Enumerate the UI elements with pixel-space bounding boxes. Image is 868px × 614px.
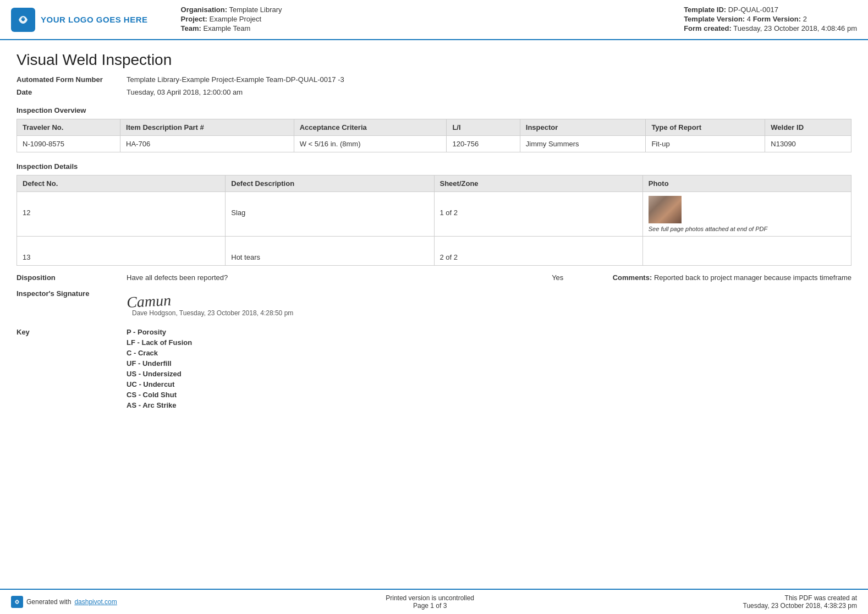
disposition-section: Disposition Have all defects been report… xyxy=(17,273,851,282)
form-number-row: Automated Form Number Template Library-E… xyxy=(17,75,851,84)
header-center: Organisation: Template Library Project: … xyxy=(159,6,673,34)
page-footer: Generated with dashpivot.com Printed ver… xyxy=(0,589,868,614)
version-line: Template Version: 4 Form Version: 2 xyxy=(684,15,857,23)
photo-cell: See full page photos attached at end of … xyxy=(649,196,845,232)
key-section: Key P - PorosityLF - Lack of FusionC - C… xyxy=(17,328,851,409)
date-label: Date xyxy=(17,88,127,96)
footer-right: This PDF was created at Tuesday, 23 Octo… xyxy=(743,594,857,610)
col-photo: Photo xyxy=(642,176,851,192)
defect-no: 13 xyxy=(17,237,226,266)
key-items: P - PorosityLF - Lack of FusionC - Crack… xyxy=(127,328,192,409)
page-header: YOUR LOGO GOES HERE Organisation: Templa… xyxy=(0,0,868,40)
photo-thumbnail xyxy=(649,196,682,223)
logo-text: YOUR LOGO GOES HERE xyxy=(41,15,148,24)
traveler-no: N-1090-8575 xyxy=(17,136,120,152)
main-content: Visual Weld Inspection Automated Form Nu… xyxy=(0,40,868,453)
item-description: HA-706 xyxy=(120,136,294,152)
header-right: Template ID: DP-QUAL-0017 Template Versi… xyxy=(684,6,857,34)
footer-logo-icon xyxy=(11,596,23,608)
photo-cell-container xyxy=(642,237,851,266)
template-id-line: Template ID: DP-QUAL-0017 xyxy=(684,6,857,14)
list-item: C - Crack xyxy=(127,349,192,357)
welder-id: N13090 xyxy=(765,136,851,152)
footer-center: Printed version is uncontrolled Page 1 o… xyxy=(386,594,474,610)
sheet-zone: 2 of 2 xyxy=(434,237,642,266)
svg-point-2 xyxy=(17,601,18,603)
table-row: 13 Hot tears 2 of 2 xyxy=(17,237,851,266)
type-of-report: Fit-up xyxy=(646,136,765,152)
list-item: UC - Undercut xyxy=(127,380,192,388)
photo-cell-container: See full page photos attached at end of … xyxy=(642,192,851,237)
signature-label: Inspector's Signature xyxy=(17,289,127,298)
col-item-description: Item Description Part # xyxy=(120,119,294,136)
form-number-label: Automated Form Number xyxy=(17,75,127,84)
defect-description: Hot tears xyxy=(226,237,434,266)
signature-image: Camun xyxy=(126,285,294,311)
col-li: L/I xyxy=(447,119,520,136)
inspection-overview-header-row: Traveler No. Item Description Part # Acc… xyxy=(17,119,851,136)
list-item: P - Porosity xyxy=(127,328,192,336)
list-item: LF - Lack of Fusion xyxy=(127,338,192,347)
photo-image xyxy=(649,196,682,223)
disposition-answer: Yes xyxy=(503,273,613,282)
date-value: Tuesday, 03 April 2018, 12:00:00 am xyxy=(127,88,243,96)
footer-created-date: Tuesday, 23 October 2018, 4:38:23 pm xyxy=(743,602,857,610)
table-row: 12 Slag 1 of 2 See full page photos atta… xyxy=(17,192,851,237)
inspector: Jimmy Summers xyxy=(520,136,646,152)
date-row: Date Tuesday, 03 April 2018, 12:00:00 am xyxy=(17,88,851,96)
list-item: US - Undersized xyxy=(127,370,192,378)
footer-uncontrolled: Printed version is uncontrolled xyxy=(386,594,474,602)
col-acceptance-criteria: Acceptance Criteria xyxy=(294,119,447,136)
footer-created-text: This PDF was created at xyxy=(743,594,857,602)
page-title: Visual Weld Inspection xyxy=(17,51,851,69)
disposition-comments: Comments: Reported back to project manag… xyxy=(613,273,851,282)
logo-icon xyxy=(11,8,35,32)
col-traveler-no: Traveler No. xyxy=(17,119,120,136)
org-line: Organisation: Template Library xyxy=(181,6,673,14)
list-item: CS - Cold Shut xyxy=(127,391,192,399)
logo-area: YOUR LOGO GOES HERE xyxy=(11,6,148,34)
col-sheet-zone: Sheet/Zone xyxy=(434,176,642,192)
disposition-label: Disposition xyxy=(17,273,127,282)
team-line: Team: Example Team xyxy=(181,24,673,32)
inspection-details-heading: Inspection Details xyxy=(17,162,851,171)
col-type-of-report: Type of Report xyxy=(646,119,765,136)
footer-left: Generated with dashpivot.com xyxy=(11,596,117,608)
key-label: Key xyxy=(17,328,127,409)
inspection-overview-table: Traveler No. Item Description Part # Acc… xyxy=(17,119,851,152)
project-line: Project: Example Project xyxy=(181,15,673,23)
inspection-overview-heading: Inspection Overview xyxy=(17,106,851,114)
list-item: UF - Underfill xyxy=(127,359,192,368)
table-row: N-1090-8575 HA-706 W < 5/16 in. (8mm) 12… xyxy=(17,136,851,152)
list-item: AS - Arc Strike xyxy=(127,401,192,409)
footer-link[interactable]: dashpivot.com xyxy=(74,598,117,606)
form-created-line: Form created: Tuesday, 23 October 2018, … xyxy=(684,24,857,32)
footer-generated-text: Generated with xyxy=(26,598,71,606)
li: 120-756 xyxy=(447,136,520,152)
sheet-zone: 1 of 2 xyxy=(434,192,642,237)
disposition-question: Have all defects been reported? xyxy=(127,273,503,282)
svg-point-0 xyxy=(22,18,25,21)
acceptance-criteria: W < 5/16 in. (8mm) xyxy=(294,136,447,152)
defect-description: Slag xyxy=(226,192,434,237)
col-inspector: Inspector xyxy=(520,119,646,136)
col-welder-id: Welder ID xyxy=(765,119,851,136)
signature-area: Camun Dave Hodgson, Tuesday, 23 October … xyxy=(127,289,293,317)
col-defect-no: Defect No. xyxy=(17,176,226,192)
photo-caption: See full page photos attached at end of … xyxy=(649,226,781,232)
signature-section: Inspector's Signature Camun Dave Hodgson… xyxy=(17,289,851,317)
footer-page: Page 1 of 3 xyxy=(386,602,474,610)
inspection-details-header-row: Defect No. Defect Description Sheet/Zone… xyxy=(17,176,851,192)
inspection-details-table: Defect No. Defect Description Sheet/Zone… xyxy=(17,175,851,266)
form-number-value: Template Library-Example Project-Example… xyxy=(127,75,344,84)
col-defect-description: Defect Description xyxy=(226,176,434,192)
defect-no: 12 xyxy=(17,192,226,237)
signature-name: Dave Hodgson, Tuesday, 23 October 2018, … xyxy=(132,309,293,317)
